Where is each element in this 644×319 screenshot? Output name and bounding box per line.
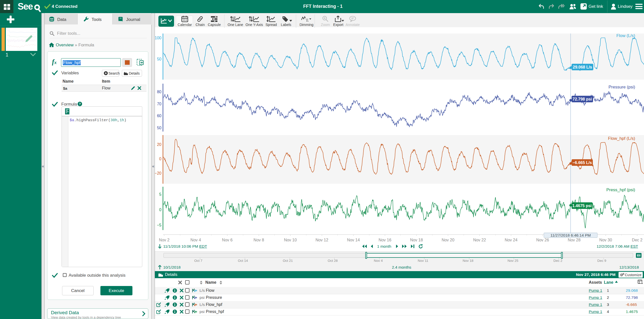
svg-text:Nov 28: Nov 28 — [568, 238, 581, 242]
svg-text:50: 50 — [157, 126, 161, 130]
svg-text:Nov 12: Nov 12 — [316, 238, 328, 242]
svg-text:Pressure (psi): Pressure (psi) — [608, 85, 635, 89]
svg-text:Dec 2: Dec 2 — [632, 238, 642, 242]
svg-text:Nov 10: Nov 10 — [284, 238, 297, 242]
svg-text:Nov 20: Nov 20 — [442, 238, 455, 242]
svg-text:−5: −5 — [157, 223, 161, 227]
svg-text:Flow_hpf (L/s): Flow_hpf (L/s) — [608, 136, 635, 141]
svg-text:Nov 18: Nov 18 — [410, 238, 423, 242]
svg-text:Flow (L/s): Flow (L/s) — [616, 33, 635, 38]
svg-text:Nov 16: Nov 16 — [379, 238, 391, 242]
svg-text:80: 80 — [157, 90, 161, 94]
svg-text:72.798 psi: 72.798 psi — [573, 97, 592, 101]
svg-text:20: 20 — [157, 142, 161, 147]
svg-text:Nov 2: Nov 2 — [159, 238, 170, 242]
svg-text:Nov 4: Nov 4 — [190, 238, 201, 242]
svg-text:1.4675 psi: 1.4675 psi — [572, 204, 592, 208]
svg-text:50: 50 — [157, 57, 161, 61]
svg-text:Press_hpf (psi): Press_hpf (psi) — [606, 187, 635, 192]
svg-text:Nov 6: Nov 6 — [222, 238, 233, 242]
svg-text:−6.665 L/s: −6.665 L/s — [573, 161, 592, 165]
svg-text:Nov 24: Nov 24 — [505, 238, 518, 242]
svg-text:5: 5 — [159, 192, 161, 197]
svg-text:100: 100 — [155, 36, 161, 40]
svg-text:Nov 14: Nov 14 — [347, 238, 360, 242]
svg-text:See: See — [18, 1, 33, 12]
svg-text:29.068 L/s: 29.068 L/s — [573, 65, 592, 69]
svg-text:Nov 26: Nov 26 — [536, 238, 549, 242]
svg-text:−20: −20 — [155, 171, 161, 175]
svg-text:0: 0 — [159, 208, 161, 212]
svg-text:60: 60 — [157, 114, 161, 118]
svg-text:0: 0 — [159, 157, 161, 161]
svg-text:Nov 22: Nov 22 — [473, 238, 486, 242]
svg-text:?: ? — [79, 102, 81, 106]
svg-text:11/27/2018 6:46:14 PM: 11/27/2018 6:46:14 PM — [550, 233, 591, 237]
svg-text:70: 70 — [157, 102, 161, 106]
svg-text:Nov 8: Nov 8 — [254, 238, 264, 242]
svg-text:Flow: Flow — [31, 29, 33, 30]
svg-text:Nov 30: Nov 30 — [599, 238, 612, 242]
